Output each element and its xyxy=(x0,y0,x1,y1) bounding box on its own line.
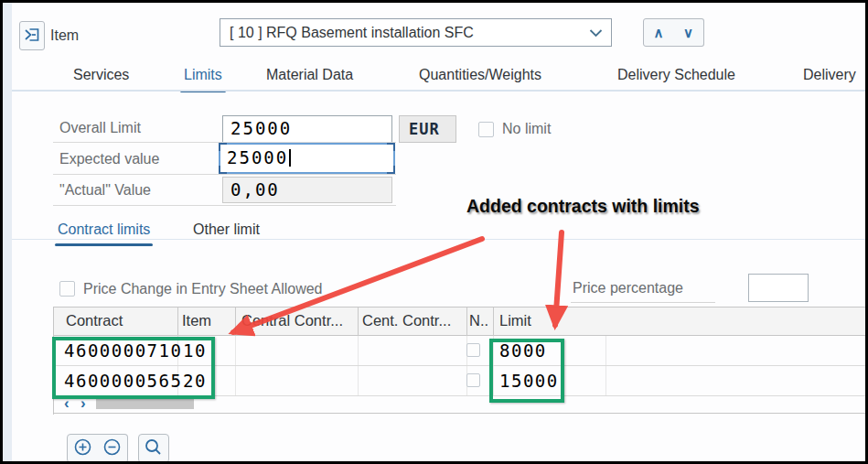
column-header-item[interactable]: Item xyxy=(182,312,211,329)
table-header-row: Contract Item Central Contr... Cent. Con… xyxy=(54,307,868,336)
chevron-right-icon[interactable]: › xyxy=(80,394,86,413)
add-circle-icon xyxy=(72,437,93,460)
table-row[interactable]: 4600000710 10 8000 xyxy=(54,336,868,366)
cell-item[interactable]: 20 xyxy=(183,371,207,391)
chevron-down-icon xyxy=(589,28,603,38)
price-percentage-input[interactable] xyxy=(748,274,809,302)
subtab-other-limit[interactable]: Other limit xyxy=(193,220,260,240)
tab-delivery-schedule[interactable]: Delivery Schedule xyxy=(617,64,735,86)
price-change-label: Price Change in Entry Sheet Allowed xyxy=(83,281,322,297)
price-percentage-divider xyxy=(571,302,715,303)
search-icon xyxy=(144,437,164,460)
column-header-contract[interactable]: Contract xyxy=(66,312,123,329)
search-button[interactable] xyxy=(138,434,169,463)
overall-limit-label: Overall Limit xyxy=(59,120,141,136)
row-checkbox[interactable] xyxy=(466,373,480,387)
no-limit-checkbox[interactable] xyxy=(478,122,494,137)
subtab-strip-divider xyxy=(12,239,865,240)
scrollbar-thumb[interactable] xyxy=(96,398,194,409)
currency-field: EUR xyxy=(399,115,456,143)
expected-value-input[interactable]: 25000 xyxy=(219,143,395,174)
cell-contract[interactable]: 4600000710 xyxy=(64,340,182,361)
sap-item-details-panel: Item [ 10 ] RFQ Basement installation SF… xyxy=(0,0,868,464)
expected-value-label: Expected value xyxy=(59,151,159,167)
tab-quantities-weights[interactable]: Quantities/Weights xyxy=(419,64,541,86)
chevron-down-icon: ∨ xyxy=(683,25,693,40)
text-caret xyxy=(289,149,291,167)
column-header-cent-contract[interactable]: Cent. Contr... xyxy=(362,312,451,329)
item-selector-value: [ 10 ] RFQ Basement installation SFC xyxy=(230,25,474,41)
column-header-n[interactable]: N.. xyxy=(469,312,488,329)
remove-circle-icon xyxy=(102,437,123,460)
item-label: Item xyxy=(50,27,79,44)
chevron-up-icon: ∧ xyxy=(654,25,664,40)
contract-limits-table: Contract Item Central Contr... Cent. Con… xyxy=(53,307,868,415)
cell-limit[interactable]: 15000 xyxy=(499,371,559,391)
tab-material-data[interactable]: Material Data xyxy=(266,64,353,86)
left-margin-strip xyxy=(3,3,12,461)
actual-value-field: 0,00 xyxy=(222,177,392,203)
tab-strip-divider xyxy=(12,90,865,92)
column-header-central-contract[interactable]: Central Contr... xyxy=(241,312,343,329)
row-checkbox[interactable] xyxy=(466,343,480,357)
add-row-button[interactable] xyxy=(67,434,98,463)
item-overview-icon xyxy=(23,26,41,47)
cell-limit[interactable]: 8000 xyxy=(499,340,547,361)
actual-value-label: "Actual" Value xyxy=(59,182,151,199)
remove-row-button[interactable] xyxy=(97,434,128,463)
annotation-text: Added contracts with limits xyxy=(466,196,700,217)
item-selector[interactable]: [ 10 ] RFQ Basement installation SFC xyxy=(220,18,612,47)
price-percentage-label: Price percentage xyxy=(573,280,683,297)
cell-item[interactable]: 10 xyxy=(183,340,207,361)
next-item-button[interactable]: ∨ xyxy=(673,18,704,47)
tab-services[interactable]: Services xyxy=(73,64,129,86)
horizontal-scrollbar[interactable]: ‹ › xyxy=(54,396,868,414)
no-limit-label: No limit xyxy=(502,121,551,137)
previous-item-button[interactable]: ∧ xyxy=(643,18,674,47)
price-change-checkbox[interactable] xyxy=(59,281,75,297)
cell-contract[interactable]: 4600000565 xyxy=(64,371,182,391)
overall-limit-input[interactable]: 25000 xyxy=(222,115,392,143)
chevron-left-icon[interactable]: ‹ xyxy=(64,394,70,413)
column-header-limit[interactable]: Limit xyxy=(499,312,531,329)
table-row[interactable]: 4600000565 20 15000 xyxy=(54,366,868,396)
item-overview-button[interactable] xyxy=(19,21,45,50)
tab-delivery[interactable]: Delivery xyxy=(803,64,856,86)
tab-limits[interactable]: Limits xyxy=(184,64,222,86)
form-row-divider xyxy=(53,174,396,175)
subtab-contract-limits[interactable]: Contract limits xyxy=(58,220,150,240)
form-row-divider xyxy=(53,205,396,206)
